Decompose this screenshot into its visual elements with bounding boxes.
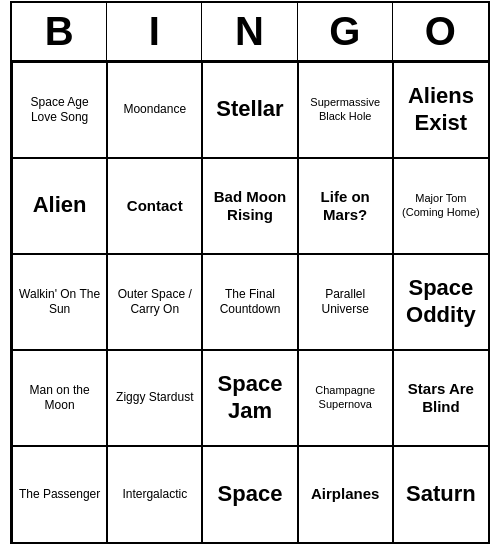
cell-text-8: Life on Mars?	[303, 188, 388, 224]
bingo-card: BINGO Space Age Love SongMoondanceStella…	[10, 1, 490, 544]
bingo-cell-23[interactable]: Airplanes	[298, 446, 393, 542]
cell-text-23: Airplanes	[311, 485, 379, 503]
cell-text-0: Space Age Love Song	[17, 95, 102, 124]
bingo-cell-9[interactable]: Major Tom (Coming Home)	[393, 158, 488, 254]
bingo-cell-8[interactable]: Life on Mars?	[298, 158, 393, 254]
cell-text-20: The Passenger	[19, 487, 100, 501]
bingo-cell-24[interactable]: Saturn	[393, 446, 488, 542]
bingo-cell-1[interactable]: Moondance	[107, 62, 202, 158]
cell-text-10: Walkin' On The Sun	[17, 287, 102, 316]
bingo-cell-22[interactable]: Space	[202, 446, 297, 542]
bingo-cell-5[interactable]: Alien	[12, 158, 107, 254]
cell-text-4: Aliens Exist	[398, 83, 484, 136]
bingo-cell-4[interactable]: Aliens Exist	[393, 62, 488, 158]
bingo-cell-18[interactable]: Champagne Supernova	[298, 350, 393, 446]
bingo-cell-15[interactable]: Man on the Moon	[12, 350, 107, 446]
cell-text-15: Man on the Moon	[17, 383, 102, 412]
bingo-cell-12[interactable]: The Final Countdown	[202, 254, 297, 350]
cell-text-2: Stellar	[216, 96, 283, 122]
bingo-header: BINGO	[12, 3, 488, 62]
cell-text-6: Contact	[127, 197, 183, 215]
bingo-cell-11[interactable]: Outer Space / Carry On	[107, 254, 202, 350]
bingo-cell-16[interactable]: Ziggy Stardust	[107, 350, 202, 446]
header-letter-i: I	[107, 3, 202, 60]
bingo-cell-21[interactable]: Intergalactic	[107, 446, 202, 542]
header-letter-o: O	[393, 3, 488, 60]
bingo-grid: Space Age Love SongMoondanceStellarSuper…	[12, 62, 488, 542]
cell-text-11: Outer Space / Carry On	[112, 287, 197, 316]
bingo-cell-10[interactable]: Walkin' On The Sun	[12, 254, 107, 350]
bingo-cell-2[interactable]: Stellar	[202, 62, 297, 158]
cell-text-17: Space Jam	[207, 371, 292, 424]
cell-text-3: Supermassive Black Hole	[303, 96, 388, 122]
bingo-cell-20[interactable]: The Passenger	[12, 446, 107, 542]
bingo-cell-3[interactable]: Supermassive Black Hole	[298, 62, 393, 158]
cell-text-19: Stars Are Blind	[398, 380, 484, 416]
bingo-cell-14[interactable]: Space Oddity	[393, 254, 488, 350]
cell-text-5: Alien	[33, 192, 87, 218]
cell-text-21: Intergalactic	[122, 487, 187, 501]
bingo-cell-0[interactable]: Space Age Love Song	[12, 62, 107, 158]
cell-text-7: Bad Moon Rising	[207, 188, 292, 224]
cell-text-13: Parallel Universe	[303, 287, 388, 316]
cell-text-12: The Final Countdown	[207, 287, 292, 316]
cell-text-16: Ziggy Stardust	[116, 390, 193, 404]
bingo-cell-17[interactable]: Space Jam	[202, 350, 297, 446]
cell-text-24: Saturn	[406, 481, 476, 507]
bingo-cell-7[interactable]: Bad Moon Rising	[202, 158, 297, 254]
cell-text-18: Champagne Supernova	[303, 384, 388, 410]
bingo-cell-19[interactable]: Stars Are Blind	[393, 350, 488, 446]
header-letter-b: B	[12, 3, 107, 60]
header-letter-n: N	[202, 3, 297, 60]
bingo-cell-6[interactable]: Contact	[107, 158, 202, 254]
bingo-cell-13[interactable]: Parallel Universe	[298, 254, 393, 350]
cell-text-14: Space Oddity	[398, 275, 484, 328]
cell-text-9: Major Tom (Coming Home)	[398, 192, 484, 218]
header-letter-g: G	[298, 3, 393, 60]
cell-text-22: Space	[218, 481, 283, 507]
cell-text-1: Moondance	[123, 102, 186, 116]
